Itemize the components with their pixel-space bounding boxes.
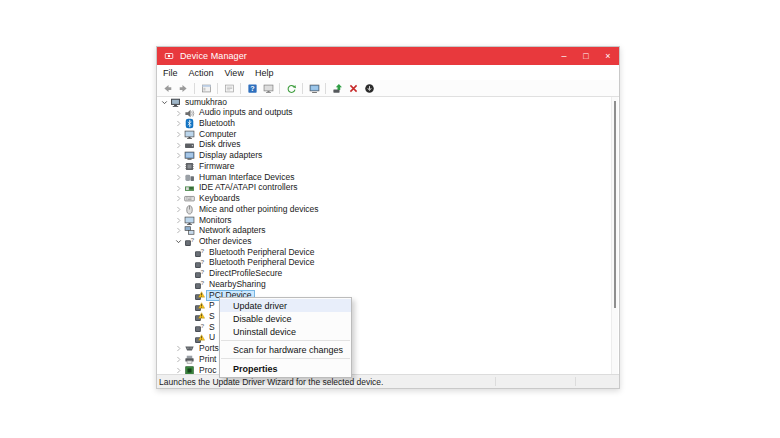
chevron-collapsed-icon[interactable] <box>174 226 183 235</box>
tree-item-keyboards[interactable]: Keyboards <box>157 193 612 204</box>
tree-item-disk-drives[interactable]: Disk drives <box>157 140 612 151</box>
tree-item-label: Monitors <box>197 216 234 226</box>
menu-action[interactable]: Action <box>189 68 214 78</box>
warning-device-icon <box>194 290 205 301</box>
menu-view[interactable]: View <box>225 68 244 78</box>
chevron-collapsed-icon[interactable] <box>174 344 183 353</box>
chevron-expanded-icon[interactable] <box>160 98 169 107</box>
toolbar-separator <box>217 83 218 94</box>
tree-item-network-adapters[interactable]: Network adapters <box>157 226 612 237</box>
tree-item-computer[interactable]: Computer <box>157 129 612 140</box>
export-list-icon-button[interactable] <box>222 81 236 95</box>
disable-device-icon <box>364 83 375 94</box>
tree-item-ide-ata-atapi-controllers[interactable]: IDE ATA/ATAPI controllers <box>157 183 612 194</box>
audio-icon <box>184 108 195 119</box>
device-manager-window: Device Manager –□× FileActionViewHelp ? … <box>156 46 620 389</box>
scrollbar-thumb[interactable] <box>614 101 616 308</box>
close-button[interactable]: × <box>597 47 619 65</box>
chevron-collapsed-icon[interactable] <box>174 184 183 193</box>
tree-item-label: Computer <box>197 130 238 140</box>
chevron-collapsed-icon[interactable] <box>174 130 183 139</box>
chevron-collapsed-icon[interactable] <box>174 355 183 364</box>
tree-item-mice-and-other-pointing-devices[interactable]: Mice and other pointing devices <box>157 204 612 215</box>
chevron-collapsed-icon[interactable] <box>174 162 183 171</box>
svg-text:?: ? <box>201 268 205 275</box>
status-text: Launches the Update Driver Wizard for th… <box>159 377 383 387</box>
tree-item-human-interface-devices[interactable]: Human Interface Devices <box>157 172 612 183</box>
context-menu-item-scan-for-hardware-changes[interactable]: Scan for hardware changes <box>220 343 351 356</box>
unknown-device-icon: ? <box>194 279 205 290</box>
tree-item-bluetooth-peripheral-device[interactable]: ?Bluetooth Peripheral Device <box>157 258 612 269</box>
display-adapter-icon <box>184 150 195 161</box>
tree-item-sumukhrao[interactable]: sumukhrao <box>157 97 612 108</box>
minimize-button[interactable]: – <box>553 47 575 65</box>
tree-item-directprofilesecure[interactable]: ?DirectProfileSecure <box>157 269 612 280</box>
uninstall-device-icon-button[interactable] <box>346 81 360 95</box>
mouse-icon <box>184 204 195 215</box>
ide-icon <box>184 183 195 194</box>
toolbar-separator <box>194 83 195 94</box>
keyboard-icon <box>184 193 195 204</box>
tree-item-label: Human Interface Devices <box>197 173 296 183</box>
tree-item-label: S <box>207 323 217 333</box>
tree-item-bluetooth-peripheral-device[interactable]: ?Bluetooth Peripheral Device <box>157 247 612 258</box>
chevron-collapsed-icon[interactable] <box>174 173 183 182</box>
tree-item-other-devices[interactable]: ?Other devices <box>157 236 612 247</box>
remote-screen-icon-button[interactable] <box>307 81 321 95</box>
unknown-device-icon: ? <box>194 247 205 258</box>
chevron-collapsed-icon[interactable] <box>174 205 183 214</box>
chevron-collapsed-icon[interactable] <box>174 109 183 118</box>
context-menu-item-properties[interactable]: Properties <box>220 361 351 376</box>
chevron-collapsed-icon[interactable] <box>174 216 183 225</box>
tree-item-firmware[interactable]: Firmware <box>157 161 612 172</box>
context-menu-item-update-driver[interactable]: Update driver <box>220 299 351 312</box>
chevron-collapsed-icon[interactable] <box>174 119 183 128</box>
menu-help[interactable]: Help <box>255 68 274 78</box>
chevron-collapsed-icon[interactable] <box>174 141 183 150</box>
desktop: Device Manager –□× FileActionViewHelp ? … <box>0 0 780 438</box>
context-menu-item-disable-device[interactable]: Disable device <box>220 312 351 325</box>
tree-item-nearbysharing[interactable]: ?NearbySharing <box>157 279 612 290</box>
chevron-collapsed-icon[interactable] <box>174 194 183 203</box>
tree-item-label: Mice and other pointing devices <box>197 205 321 215</box>
tree-item-audio-inputs-and-outputs[interactable]: Audio inputs and outputs <box>157 108 612 119</box>
computer-window-icon-button[interactable] <box>261 81 275 95</box>
warning-device-icon <box>194 311 205 322</box>
update-driver-icon-button[interactable] <box>330 81 344 95</box>
forward-icon <box>178 83 189 94</box>
toolbar: ? <box>157 80 619 97</box>
console-tree-icon-button[interactable] <box>199 81 213 95</box>
unknown-device-icon: ? <box>194 258 205 269</box>
scan-hardware-icon-button[interactable] <box>284 81 298 95</box>
disable-device-icon-button[interactable] <box>362 81 376 95</box>
tree-item-display-adapters[interactable]: Display adapters <box>157 151 612 162</box>
update-driver-icon <box>332 83 343 94</box>
tree-item-label: Print <box>197 355 218 365</box>
help-icon-button[interactable]: ? <box>245 81 259 95</box>
uninstall-device-icon <box>348 83 359 94</box>
firmware-icon <box>184 161 195 172</box>
maximize-button[interactable]: □ <box>575 47 597 65</box>
warning-device-icon <box>194 301 205 312</box>
statusbar-divider <box>495 377 496 386</box>
tree-item-label: S <box>207 312 217 322</box>
tree-item-label: Bluetooth <box>197 119 237 129</box>
disk-icon <box>184 140 195 151</box>
unknown-device-icon: ? <box>194 268 205 279</box>
ports-icon <box>184 343 195 354</box>
chevron-expanded-icon[interactable] <box>174 237 183 246</box>
back-icon-button[interactable] <box>160 81 174 95</box>
svg-text:?: ? <box>191 236 195 243</box>
menu-file[interactable]: File <box>163 68 178 78</box>
tree-scrollbar[interactable] <box>611 97 618 376</box>
context-menu: Update driverDisable deviceUninstall dev… <box>219 297 352 378</box>
context-menu-item-uninstall-device[interactable]: Uninstall device <box>220 325 351 338</box>
svg-text:?: ? <box>250 84 254 93</box>
tree-item-label: Keyboards <box>197 194 242 204</box>
tree-item-bluetooth[interactable]: Bluetooth <box>157 118 612 129</box>
tree-item-label: Other devices <box>197 237 253 247</box>
chevron-collapsed-icon[interactable] <box>174 151 183 160</box>
forward-icon-button[interactable] <box>176 81 190 95</box>
tree-item-monitors[interactable]: Monitors <box>157 215 612 226</box>
export-list-icon <box>224 83 235 94</box>
